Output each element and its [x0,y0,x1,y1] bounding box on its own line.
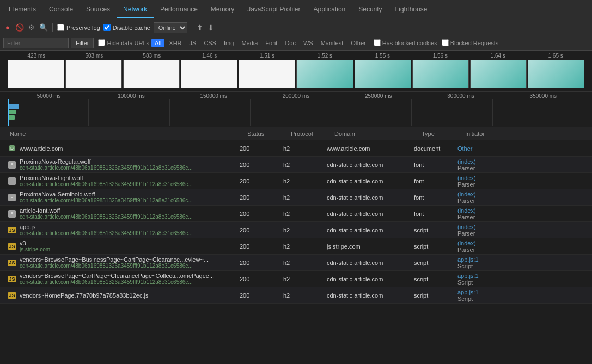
has-blocked-cookies-input[interactable] [374,39,381,46]
row-name-text: vendors~BrowsePage~BusinessPage~CartPage… [20,256,209,269]
preserve-log-input[interactable] [57,24,64,31]
initiator-link[interactable]: (index) [457,240,592,246]
initiator-link[interactable]: (index) [457,224,592,230]
row-initiator: (index) Parser [457,189,592,205]
ts-0: 423 ms [8,53,65,59]
tab-js-profiler[interactable]: JavaScript Profiler [241,1,307,18]
tab-application[interactable]: Application [307,1,352,18]
frame-6[interactable] [355,60,411,88]
font-icon: F [8,209,16,218]
frame-3[interactable] [181,60,237,88]
grid-line-6 [492,99,493,126]
hide-data-urls-input[interactable] [98,39,105,46]
frame-0[interactable] [8,60,64,88]
filter-type-all[interactable]: All [151,39,164,47]
tab-network[interactable]: Network [117,1,154,18]
table-row[interactable]: JS vendors~HomePage.77a70b97a785a83b12ec… [0,287,592,304]
table-row[interactable]: JS v3 js.stripe.com 200 h2 js.stripe.com… [0,238,592,255]
tab-memory[interactable]: Memory [204,1,241,18]
tab-elements[interactable]: Elements [2,1,42,18]
filter-type-manifest[interactable]: Manifest [318,39,347,47]
frame-9[interactable] [528,60,584,88]
row-type: font [414,173,457,189]
download-icon[interactable]: ⬇ [207,23,214,32]
filter-input[interactable] [3,38,69,48]
initiator-link[interactable]: app.js:1 [457,256,592,263]
preserve-log-checkbox[interactable]: Preserve log [57,24,100,31]
frame-7[interactable] [412,60,469,88]
col-header-name[interactable]: Name [8,131,247,137]
filter-type-media[interactable]: Media [238,39,261,47]
row-main-name: article-font.woff [20,207,193,214]
col-header-domain[interactable]: Domain [334,131,422,137]
col-header-status[interactable]: Status [247,131,291,137]
tab-sources[interactable]: Sources [80,1,117,18]
initiator-link[interactable]: (index) [457,158,592,165]
has-blocked-cookies-checkbox[interactable]: Has blocked cookies [374,39,437,46]
frame-2[interactable] [123,60,180,88]
table-row[interactable]: F ProximaNova-Light.woff cdn-static.arti… [0,173,592,189]
initiator-link[interactable]: (index) [457,175,592,181]
frame-4[interactable] [239,60,295,88]
ts-4: 1.51 s [239,53,296,59]
record-button[interactable]: ● [3,23,12,32]
col-header-protocol[interactable]: Protocol [291,131,334,137]
table-row[interactable]: F article-font.woff cdn-static.article.c… [0,206,592,222]
initiator-link[interactable]: app.js:1 [457,289,592,295]
filter-type-css[interactable]: CSS [200,39,219,47]
col-header-initiator[interactable]: Initiator [465,131,592,137]
table-row[interactable]: JS vendors~BrowsePage~CartPage~Clearance… [0,271,592,287]
frame-1[interactable] [65,60,122,88]
table-row[interactable]: F ProximaNova-Regular.woff cdn-static.ar… [0,157,592,173]
table-row[interactable]: F ProximaNova-Semibold.woff cdn-static.a… [0,189,592,206]
hide-data-urls-checkbox[interactable]: Hide data URLs [98,39,149,46]
disable-cache-input[interactable] [103,24,111,31]
frame-8[interactable] [470,60,527,88]
row-name-text: vendors~HomePage.77a70b97a785a83b12ec.js [20,292,148,299]
initiator-link[interactable]: Other [457,145,592,152]
filter-type-doc[interactable]: Doc [282,39,299,47]
separator-1 [52,23,53,32]
initiator-link[interactable]: (index) [457,207,592,214]
col-header-type[interactable]: Type [422,131,465,137]
filter-type-xhr[interactable]: XHR [166,39,185,47]
filter-icon[interactable]: ⚙ [27,23,36,32]
tab-performance[interactable]: Performance [154,1,204,18]
filter-button[interactable]: Filter [71,38,94,48]
tab-security[interactable]: Security [352,1,388,18]
clear-button[interactable]: 🚫 [15,23,24,32]
row-initiator: (index) Parser [457,157,592,172]
initiator-link[interactable]: app.js:1 [457,273,592,279]
filter-type-js[interactable]: JS [186,39,200,47]
frame-5[interactable] [296,60,353,88]
row-name-col: JS app.js cdn-static.article.com/48b06a1… [0,222,240,238]
row-protocol: h2 [283,206,327,221]
filter-type-ws[interactable]: WS [300,39,316,47]
table-row[interactable]: JS app.js cdn-static.article.com/48b06a1… [0,222,592,238]
table-row[interactable]: D www.article.com 200 h2 www.article.com… [0,140,592,157]
filter-type-img[interactable]: Img [221,39,237,47]
timeline-content[interactable] [8,99,584,126]
filter-type-font[interactable]: Font [262,39,280,47]
filter-type-other[interactable]: Other [347,39,369,47]
row-name-text: v3 js.stripe.com [20,240,50,252]
tab-console[interactable]: Console [42,1,80,18]
table-row[interactable]: JS vendors~BrowsePage~BusinessPage~CartP… [0,255,592,271]
doc-icon: D [8,144,16,153]
throttle-select[interactable]: Online [154,22,187,33]
grid-line-4 [331,99,331,126]
grid-line-5 [411,99,412,126]
row-initiator: app.js:1 Script [457,271,592,287]
disable-cache-checkbox[interactable]: Disable cache [103,24,150,31]
tl-6: 350000 ms [502,93,584,99]
row-type: font [414,206,457,221]
row-status: 200 [240,238,283,254]
search-icon[interactable]: 🔍 [39,23,48,32]
upload-icon[interactable]: ⬆ [197,23,203,32]
blocked-requests-input[interactable] [442,39,449,46]
blocked-requests-checkbox[interactable]: Blocked Requests [442,39,499,46]
row-name-text: ProximaNova-Semibold.woff cdn-static.art… [20,191,193,203]
row-type: script [414,238,457,254]
initiator-link[interactable]: (index) [457,191,592,198]
tab-lighthouse[interactable]: Lighthouse [389,1,434,18]
